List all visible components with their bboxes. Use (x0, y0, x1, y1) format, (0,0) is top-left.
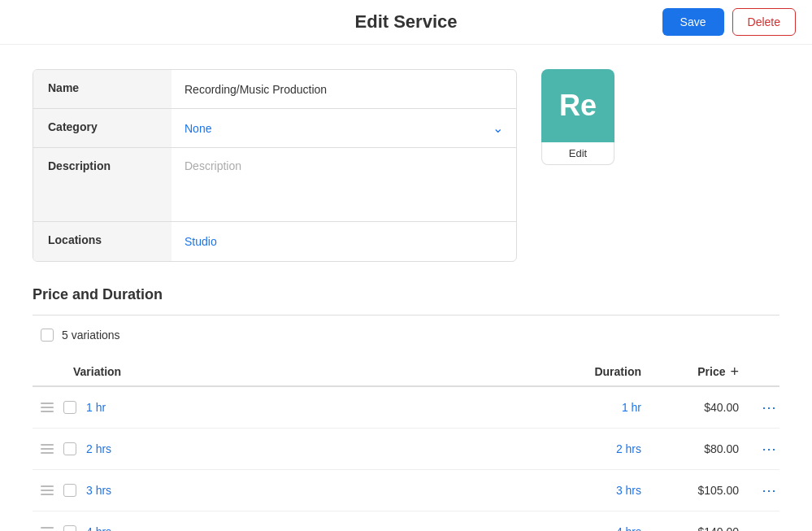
row-variation-label[interactable]: 4 hrs (86, 525, 528, 531)
row-more-button[interactable]: ⋯ (739, 398, 779, 416)
drag-handle[interactable] (41, 444, 54, 454)
page-header: Edit Service Save Delete (0, 0, 812, 45)
row-checkbox[interactable] (63, 401, 76, 414)
row-price: $105.00 (658, 484, 739, 497)
price-divider (33, 315, 779, 316)
header-actions: Save Delete (662, 8, 796, 36)
row-duration: 1 hr (528, 401, 658, 414)
avatar-edit-button[interactable]: Edit (541, 142, 614, 165)
drag-handle[interactable] (41, 403, 54, 412)
save-button[interactable]: Save (662, 8, 724, 36)
row-variation-label[interactable]: 1 hr (86, 401, 528, 414)
chevron-down-icon: ⌄ (493, 120, 503, 136)
avatar-initials: Re (559, 89, 597, 123)
name-label: Name (33, 70, 172, 108)
variations-check-row: 5 variations (33, 329, 779, 342)
form-section: Name Recording/Music Production Category… (33, 69, 779, 262)
table-row: 4 hrs 4 hrs $140.00 ⋯ (33, 511, 779, 531)
table-row: 2 hrs 2 hrs $80.00 ⋯ (33, 429, 779, 470)
row-duration: 3 hrs (528, 484, 658, 497)
name-row: Name Recording/Music Production (33, 70, 516, 109)
page-title: Edit Service (355, 11, 458, 33)
service-avatar: Re Edit (541, 69, 614, 262)
row-variation-label[interactable]: 3 hrs (86, 484, 528, 497)
price-section-title: Price and Duration (33, 286, 779, 303)
row-checkbox[interactable] (63, 484, 76, 497)
variations-label: 5 variations (62, 329, 120, 342)
description-value[interactable]: Description (172, 148, 516, 221)
row-duration: 2 hrs (528, 442, 658, 455)
row-price: $80.00 (658, 442, 739, 455)
locations-row: Locations Studio (33, 222, 516, 261)
main-content: Name Recording/Music Production Category… (0, 45, 812, 531)
locations-value[interactable]: Studio (172, 222, 516, 261)
drag-handle[interactable] (41, 485, 54, 495)
row-variation-label[interactable]: 2 hrs (86, 442, 528, 455)
locations-label: Locations (33, 222, 172, 261)
category-row: Category None ⌄ (33, 109, 516, 148)
drag-handle[interactable] (41, 527, 54, 531)
description-label: Description (33, 148, 172, 221)
row-more-button[interactable]: ⋯ (739, 440, 779, 458)
col-header-duration: Duration (511, 365, 641, 378)
table-rows: 1 hr 1 hr $40.00 ⋯ 2 hrs 2 hrs $80.00 ⋯ … (33, 387, 779, 531)
row-checkbox[interactable] (63, 525, 76, 531)
row-more-button[interactable]: ⋯ (739, 481, 779, 499)
row-price: $140.00 (658, 525, 739, 531)
add-variation-button[interactable]: + (730, 364, 739, 379)
delete-button[interactable]: Delete (732, 8, 796, 36)
table-row: 3 hrs 3 hrs $105.00 ⋯ (33, 470, 779, 511)
variations-checkbox[interactable] (41, 329, 54, 342)
description-row: Description Description (33, 148, 516, 222)
row-duration: 4 hrs (528, 525, 658, 531)
service-form-table: Name Recording/Music Production Category… (33, 69, 517, 262)
row-more-button[interactable]: ⋯ (739, 523, 779, 531)
name-value: Recording/Music Production (172, 70, 516, 108)
row-checkbox[interactable] (63, 442, 76, 455)
category-value[interactable]: None ⌄ (172, 109, 516, 147)
col-header-price: Price + (641, 364, 739, 379)
avatar-tile: Re (541, 69, 614, 142)
row-price: $40.00 (658, 401, 739, 414)
category-label: Category (33, 109, 172, 147)
table-row: 1 hr 1 hr $40.00 ⋯ (33, 387, 779, 429)
col-header-variation: Variation (73, 365, 511, 378)
table-header: Variation Duration Price + (33, 358, 779, 387)
price-section: Price and Duration 5 variations Variatio… (33, 286, 779, 531)
